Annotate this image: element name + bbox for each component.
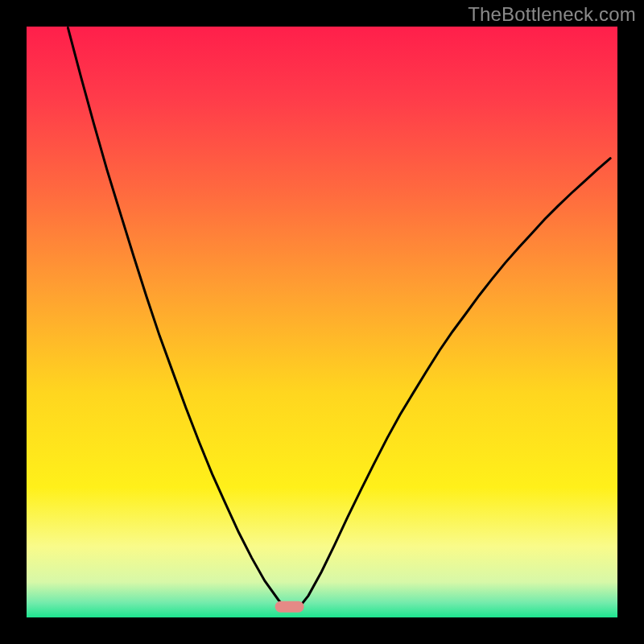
- chart-svg: [0, 0, 644, 644]
- bottleneck-chart: TheBottleneck.com: [0, 0, 644, 644]
- plot-background: [27, 27, 617, 617]
- watermark-text: TheBottleneck.com: [468, 3, 636, 26]
- optimal-point-marker: [275, 601, 304, 613]
